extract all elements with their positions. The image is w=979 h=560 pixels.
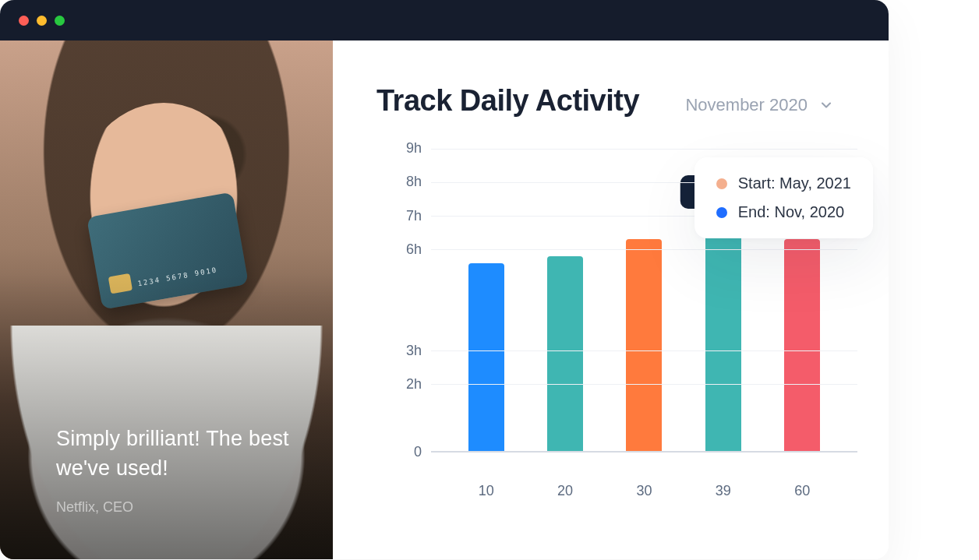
y-tick: 3h	[406, 343, 422, 359]
y-tick: 9h	[406, 140, 422, 157]
y-tick: 6h	[406, 241, 422, 258]
x-tick: 39	[705, 483, 741, 499]
legend-end-dot	[716, 207, 727, 218]
y-tick: 8h	[406, 174, 422, 190]
grid-line	[431, 350, 857, 351]
month-picker[interactable]: November 2020	[685, 95, 834, 115]
close-window-dot[interactable]	[19, 16, 29, 26]
chart-bar[interactable]	[468, 263, 504, 451]
chart-bar[interactable]	[547, 256, 583, 451]
grid-line	[431, 384, 857, 385]
testimonial-card: 1234 5678 9010 Simply brilliant! The bes…	[0, 41, 333, 559]
panel-header: Track Daily Activity November 2020	[376, 84, 857, 118]
chart-bar[interactable]	[784, 239, 820, 451]
window-content: 1234 5678 9010 Simply brilliant! The bes…	[0, 41, 889, 559]
app-window: 1234 5678 9010 Simply brilliant! The bes…	[0, 0, 889, 559]
testimonial-quote: Simply brilliant! The best we've used!	[56, 424, 302, 484]
window-titlebar	[0, 0, 889, 41]
panel-title: Track Daily Activity	[376, 84, 639, 118]
legend-end-label: End: Nov, 2020	[738, 203, 844, 221]
grid-line	[431, 249, 857, 250]
testimonial-attribution: Netflix, CEO	[56, 499, 302, 516]
testimonial-text-block: Simply brilliant! The best we've used! N…	[56, 424, 302, 516]
chart-x-axis: 1020303960	[431, 483, 857, 499]
y-tick: 2h	[406, 376, 422, 393]
x-tick: 10	[468, 483, 504, 499]
y-tick: 0	[414, 444, 422, 460]
chart-legend: Start: May, 2021 End: Nov, 2020	[694, 157, 873, 238]
month-picker-label: November 2020	[685, 95, 808, 115]
chart-bar[interactable]: 6 Hours	[705, 220, 741, 451]
minimize-window-dot[interactable]	[37, 16, 47, 26]
grid-line	[431, 149, 857, 150]
activity-panel: Track Daily Activity November 2020 Start…	[333, 41, 889, 559]
legend-end-row: End: Nov, 2020	[716, 203, 851, 221]
legend-start-row: Start: May, 2021	[716, 174, 851, 192]
chart-y-axis: 9h8h7h6h3h2h0	[376, 149, 422, 453]
maximize-window-dot[interactable]	[55, 16, 65, 26]
chevron-down-icon	[818, 97, 834, 113]
x-tick: 20	[547, 483, 583, 499]
legend-start-label: Start: May, 2021	[738, 174, 851, 192]
legend-start-dot	[716, 178, 727, 189]
chart-bar[interactable]	[626, 239, 662, 451]
y-tick: 7h	[406, 208, 422, 224]
x-tick: 30	[626, 483, 662, 499]
x-tick: 60	[784, 483, 820, 499]
